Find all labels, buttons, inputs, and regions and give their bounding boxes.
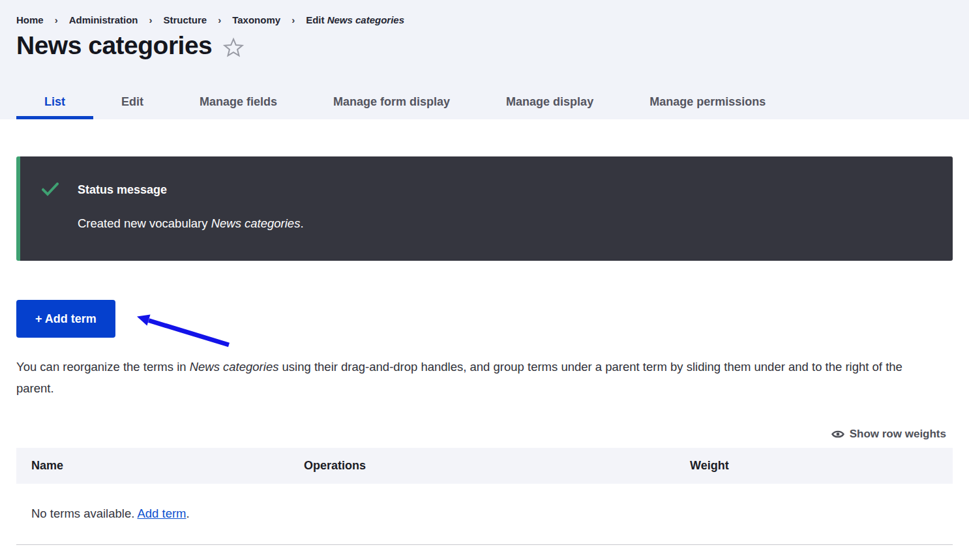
- column-header-name: Name: [16, 448, 289, 484]
- breadcrumb-separator: ›: [52, 14, 61, 25]
- reorganize-help-text: You can reorganize the terms in News cat…: [16, 357, 932, 399]
- tab-edit[interactable]: Edit: [93, 87, 171, 119]
- status-message-title: Status message: [78, 183, 927, 197]
- breadcrumb-current: Edit News categories: [306, 14, 404, 25]
- eye-icon: [831, 430, 844, 439]
- favorite-star-icon[interactable]: [222, 37, 245, 59]
- column-header-operations: Operations: [289, 448, 675, 484]
- breadcrumb-separator: ›: [288, 14, 298, 25]
- breadcrumb-administration[interactable]: Administration: [69, 14, 138, 25]
- add-term-button[interactable]: + Add term: [16, 300, 115, 338]
- tab-manage-form-display[interactable]: Manage form display: [305, 87, 478, 119]
- tab-manage-fields[interactable]: Manage fields: [171, 87, 305, 119]
- no-terms-suffix: .: [186, 507, 190, 520]
- empty-terms-row: No terms available. Add term.: [16, 484, 953, 544]
- checkmark-icon: [42, 183, 59, 199]
- breadcrumb-structure[interactable]: Structure: [164, 14, 207, 25]
- column-header-weight: Weight: [675, 448, 953, 484]
- primary-tabs: List Edit Manage fields Manage form disp…: [16, 87, 794, 119]
- tab-manage-display[interactable]: Manage display: [478, 87, 621, 119]
- tab-manage-permissions[interactable]: Manage permissions: [621, 87, 794, 119]
- status-message-text: Created new vocabulary News categories.: [78, 216, 927, 231]
- status-message-box: Status message Created new vocabulary Ne…: [16, 156, 953, 261]
- breadcrumb: Home › Administration › Structure › Taxo…: [16, 14, 953, 25]
- page-header: Home › Administration › Structure › Taxo…: [0, 0, 969, 119]
- terms-table: Name Operations Weight No terms availabl…: [16, 448, 953, 545]
- breadcrumb-taxonomy[interactable]: Taxonomy: [232, 14, 280, 25]
- page-title: News categories: [16, 31, 212, 60]
- no-terms-text: No terms available.: [31, 507, 137, 520]
- terms-table-header-row: Name Operations Weight: [16, 448, 953, 484]
- main-content: Status message Created new vocabulary Ne…: [0, 156, 969, 545]
- add-term-link[interactable]: Add term: [137, 507, 186, 520]
- breadcrumb-separator: ›: [146, 14, 156, 25]
- breadcrumb-separator: ›: [215, 14, 224, 25]
- show-row-weights-link[interactable]: Show row weights: [831, 428, 946, 441]
- breadcrumb-home[interactable]: Home: [16, 14, 44, 25]
- tab-list[interactable]: List: [16, 87, 93, 119]
